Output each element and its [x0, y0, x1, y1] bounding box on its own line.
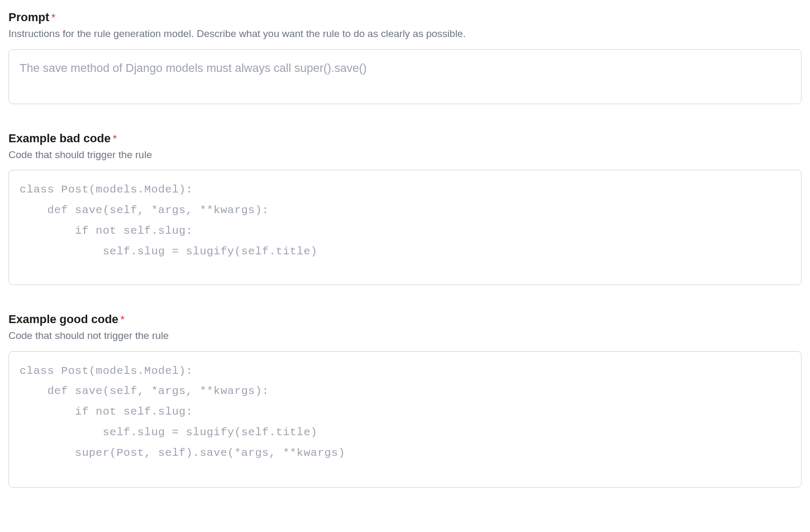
good-code-label: Example good code: [8, 313, 118, 326]
good-code-label-row: Example good code *: [8, 313, 802, 326]
good-code-required-marker: *: [121, 314, 125, 326]
bad-code-required-marker: *: [113, 133, 117, 145]
bad-code-input[interactable]: [8, 170, 802, 285]
good-code-section: Example good code * Code that should not…: [8, 313, 802, 490]
bad-code-label: Example bad code: [8, 132, 111, 145]
prompt-label-row: Prompt *: [8, 11, 802, 24]
prompt-section: Prompt * Instructions for the rule gener…: [8, 11, 802, 106]
good-code-description: Code that should not trigger the rule: [8, 328, 802, 344]
prompt-input[interactable]: [8, 49, 802, 104]
bad-code-description: Code that should trigger the rule: [8, 148, 802, 163]
prompt-description: Instructions for the rule generation mod…: [8, 26, 802, 42]
bad-code-label-row: Example bad code *: [8, 132, 802, 145]
prompt-label: Prompt: [8, 11, 49, 24]
prompt-required-marker: *: [51, 12, 56, 24]
good-code-input[interactable]: [8, 351, 802, 488]
bad-code-section: Example bad code * Code that should trig…: [8, 132, 802, 288]
